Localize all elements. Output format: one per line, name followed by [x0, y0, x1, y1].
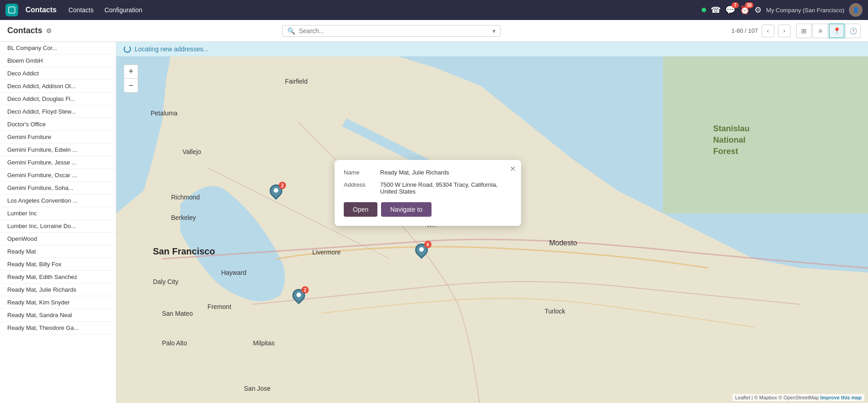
sidebar-item-1[interactable]: Bloem GmbH: [0, 55, 116, 67]
user-avatar[interactable]: 👤: [849, 3, 863, 17]
zoom-in-button[interactable]: +: [124, 65, 138, 79]
map-pin-3[interactable]: 6: [414, 242, 429, 261]
nav-configuration[interactable]: Configuration: [100, 5, 147, 15]
app-logo[interactable]: [5, 4, 18, 16]
topbar-icons: ☎ 💬 7 ⏰ 38 ⚙ My Company (San Francisco) …: [702, 3, 863, 17]
search-icon: 🔍: [287, 27, 295, 35]
sidebar-item-16[interactable]: Ready Mat: [0, 245, 116, 258]
zoom-out-button[interactable]: −: [124, 79, 138, 92]
svg-text:Turlock: Turlock: [545, 308, 566, 315]
svg-rect-3: [663, 42, 868, 213]
map-zoom-controls: + −: [124, 65, 138, 93]
svg-text:Berkeley: Berkeley: [171, 214, 196, 221]
nav-contacts[interactable]: Contacts: [64, 5, 98, 15]
map-pin-1[interactable]: 2: [269, 183, 283, 202]
sidebar-item-22[interactable]: Ready Mat, Theodore Ga...: [0, 322, 116, 334]
svg-text:Modesto: Modesto: [549, 239, 577, 247]
svg-text:San Jose: San Jose: [244, 385, 271, 392]
popup-address-row: Address 7500 W Linne Road, 95304 Tracy, …: [344, 181, 512, 195]
popup-name-label: Name: [344, 169, 380, 176]
sidebar-item-18[interactable]: Ready Mat, Edith Sanchez: [0, 271, 116, 284]
sidebar-item-12[interactable]: Los Angeles Convention ...: [0, 194, 116, 207]
top-navigation: Contacts Contacts Configuration ☎ 💬 7 ⏰ …: [0, 0, 868, 20]
svg-text:Milpitas: Milpitas: [253, 339, 275, 347]
sidebar-item-11[interactable]: Gemini Furniture, Soha...: [0, 182, 116, 194]
popup-address-value: 7500 W Linne Road, 95304 Tracy, Californ…: [380, 181, 512, 195]
next-page-button[interactable]: ›: [778, 25, 791, 37]
map-background[interactable]: Stanislau National Forest Petaluma Fairf…: [116, 42, 868, 403]
map-view-button[interactable]: 📍: [829, 24, 844, 38]
prev-page-button[interactable]: ‹: [762, 25, 774, 37]
contacts-sidebar: BL Company Cor...Bloem GmbHDeco AddictDe…: [0, 42, 116, 403]
sidebar-item-0[interactable]: BL Company Cor...: [0, 42, 116, 55]
pagination-info: 1-80 / 107 ‹ ›: [731, 25, 791, 37]
kanban-view-button[interactable]: ⊞: [796, 24, 812, 38]
sidebar-item-17[interactable]: Ready Mat, Billy Fox: [0, 258, 116, 271]
sidebar-item-7[interactable]: Gemini Furniture: [0, 131, 116, 144]
popup-name-row: Name Ready Mat, Julie Richards: [344, 169, 512, 176]
sidebar-item-21[interactable]: Ready Mat, Sandra Neal: [0, 309, 116, 322]
sidebar-item-15[interactable]: OpenWood: [0, 233, 116, 245]
search-box: 🔍 ▾: [282, 25, 501, 37]
map-pin-2[interactable]: 2: [291, 287, 306, 306]
open-button[interactable]: Open: [344, 202, 377, 217]
svg-rect-0: [9, 7, 15, 13]
messages-badge: 7: [732, 2, 739, 8]
pin-badge-1: 2: [279, 182, 286, 189]
activity-view-button[interactable]: 🕐: [845, 24, 861, 38]
sidebar-item-6[interactable]: Doctor's Office: [0, 118, 116, 131]
sidebar-item-13[interactable]: Lumber Inc: [0, 207, 116, 220]
navigate-button[interactable]: Navigate to: [381, 202, 431, 217]
map-area: Locating new addresses...: [116, 42, 868, 403]
sidebar-item-9[interactable]: Gemini Furniture, Jesse ...: [0, 156, 116, 169]
pin-badge-2: 2: [301, 286, 309, 294]
svg-text:Vallejo: Vallejo: [182, 148, 201, 155]
svg-text:San Mateo: San Mateo: [162, 310, 193, 317]
sidebar-item-20[interactable]: Ready Mat, Kim Snyder: [0, 296, 116, 309]
list-view-button[interactable]: ≡: [813, 24, 828, 38]
activity-badge: 38: [745, 2, 753, 8]
popup-actions: Open Navigate to: [344, 202, 512, 217]
svg-text:Richmond: Richmond: [171, 194, 200, 201]
improve-map-link[interactable]: Improve this map: [820, 395, 862, 400]
svg-text:Fairfield: Fairfield: [285, 78, 308, 85]
phone-icon[interactable]: ☎: [711, 5, 721, 15]
map-popup: ✕ Name Ready Mat, Julie Richards Address…: [335, 160, 521, 226]
popup-address-label: Address: [344, 181, 380, 195]
online-status-dot: [702, 8, 706, 12]
activity-icon[interactable]: ⏰ 38: [740, 5, 750, 15]
popup-name-value: Ready Mat, Julie Richards: [380, 169, 512, 176]
search-input[interactable]: [299, 27, 492, 35]
sidebar-item-8[interactable]: Gemini Furniture, Edwin ...: [0, 144, 116, 156]
locating-text: Locating new addresses...: [135, 45, 209, 53]
pin-badge-3: 6: [424, 241, 431, 248]
company-name: My Company (San Francisco): [766, 7, 844, 14]
settings-gear-icon[interactable]: ⚙: [46, 27, 52, 35]
view-controls: ⊞ ≡ 📍 🕐: [796, 24, 861, 38]
page-title: Contacts ⚙: [7, 26, 52, 35]
sidebar-item-10[interactable]: Gemini Furniture, Oscar ...: [0, 169, 116, 182]
svg-text:San Francisco: San Francisco: [153, 246, 215, 256]
contacts-list: BL Company Cor...Bloem GmbHDeco AddictDe…: [0, 42, 116, 334]
main-layout: BL Company Cor...Bloem GmbHDeco AddictDe…: [0, 42, 868, 403]
search-dropdown-icon[interactable]: ▾: [492, 27, 496, 35]
svg-text:National: National: [713, 135, 745, 144]
sidebar-item-19[interactable]: Ready Mat, Julie Richards: [0, 284, 116, 296]
svg-text:Hayward: Hayward: [221, 269, 246, 276]
sub-header: Contacts ⚙ 🔍 ▾ 1-80 / 107 ‹ › ⊞ ≡ 📍 🕐: [0, 20, 868, 42]
sidebar-item-14[interactable]: Lumber Inc, Lorraine Do...: [0, 220, 116, 233]
sidebar-item-3[interactable]: Deco Addict, Addison Ol...: [0, 80, 116, 93]
messages-icon[interactable]: 💬 7: [725, 5, 735, 15]
svg-text:Stanislau: Stanislau: [713, 124, 749, 133]
settings-icon[interactable]: ⚙: [754, 5, 762, 15]
popup-close-button[interactable]: ✕: [510, 164, 516, 173]
sidebar-item-5[interactable]: Deco Addict, Floyd Stew...: [0, 105, 116, 118]
svg-text:Daly City: Daly City: [153, 278, 178, 285]
sidebar-item-2[interactable]: Deco Addict: [0, 67, 116, 80]
svg-text:Palo Alto: Palo Alto: [162, 339, 187, 347]
svg-text:Livermore: Livermore: [312, 249, 341, 256]
svg-text:Forest: Forest: [713, 147, 738, 156]
sidebar-item-4[interactable]: Deco Addict, Douglas Fl...: [0, 93, 116, 105]
svg-text:Fremont: Fremont: [207, 303, 231, 310]
locating-spinner: [124, 45, 131, 53]
